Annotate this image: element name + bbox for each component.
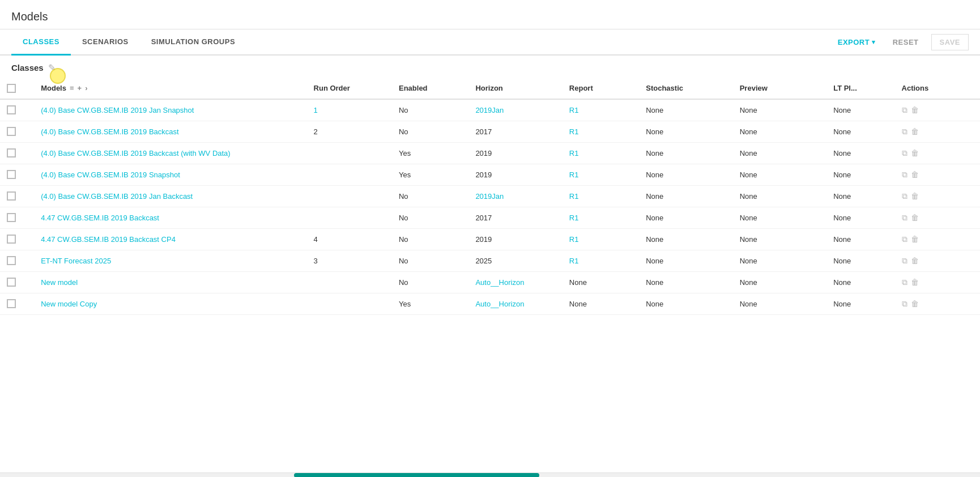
delete-icon[interactable]: 🗑	[911, 278, 919, 287]
row-checkbox[interactable]	[7, 278, 16, 287]
actions-cell: ⧉🗑	[902, 105, 973, 115]
table-row: New model CopyYesAuto__HorizonNoneNoneNo…	[0, 293, 980, 314]
row-report: R1	[563, 207, 639, 228]
export-button[interactable]: EXPORT ▾	[833, 35, 880, 50]
row-checkbox[interactable]	[7, 256, 16, 265]
expand-icon[interactable]: ›	[85, 84, 87, 92]
delete-icon[interactable]: 🗑	[911, 299, 919, 308]
copy-icon[interactable]: ⧉	[902, 256, 907, 266]
row-model-name[interactable]: (4.0) Base CW.GB.SEM.IB 2019 Snapshot	[34, 164, 306, 185]
delete-icon[interactable]: 🗑	[911, 191, 919, 201]
copy-icon[interactable]: ⧉	[902, 235, 907, 244]
tab-classes[interactable]: CLASSES	[11, 29, 71, 56]
row-model-name[interactable]: New model	[34, 271, 306, 293]
row-run-order[interactable]: 1	[307, 99, 392, 121]
delete-icon[interactable]: 🗑	[911, 105, 919, 114]
col-header-actions: Actions	[895, 78, 980, 99]
row-checkbox[interactable]	[7, 170, 16, 179]
tab-scenarios[interactable]: SCENARIOS	[71, 29, 140, 56]
actions-cell: ⧉🗑	[902, 256, 973, 266]
sort-icon[interactable]: ≡	[70, 84, 74, 92]
row-checkbox[interactable]	[7, 127, 16, 136]
rename-icon[interactable]: ✎	[48, 62, 56, 73]
table-row: (4.0) Base CW.GB.SEM.IB 2019 SnapshotYes…	[0, 164, 980, 185]
row-report: R1	[563, 99, 639, 121]
delete-icon[interactable]: 🗑	[911, 148, 919, 157]
table-row: New modelNoAuto__HorizonNoneNoneNoneNone…	[0, 271, 980, 293]
delete-icon[interactable]: 🗑	[911, 170, 919, 179]
row-report: R1	[563, 185, 639, 207]
row-actions: ⧉🗑	[895, 228, 980, 250]
delete-icon[interactable]: 🗑	[911, 127, 919, 136]
row-model-name[interactable]: 4.47 CW.GB.SEM.IB 2019 Backcast	[34, 207, 306, 228]
row-model-name[interactable]: 4.47 CW.GB.SEM.IB 2019 Backcast CP4	[34, 228, 306, 250]
col-header-stochastic: Stochastic	[639, 78, 732, 99]
row-model-name[interactable]: (4.0) Base CW.GB.SEM.IB 2019 Jan Snapsho…	[34, 99, 306, 121]
row-checkbox[interactable]	[7, 105, 16, 114]
actions-cell: ⧉🗑	[902, 170, 973, 180]
row-preview: None	[733, 142, 826, 164]
row-checkbox[interactable]	[7, 191, 16, 201]
actions-cell: ⧉🗑	[902, 148, 973, 158]
copy-icon[interactable]: ⧉	[902, 299, 907, 309]
row-stochastic: None	[639, 207, 732, 228]
row-preview: None	[733, 99, 826, 121]
row-checkbox-cell	[0, 271, 34, 293]
copy-icon[interactable]: ⧉	[902, 213, 907, 223]
row-model-name[interactable]: New model Copy	[34, 293, 306, 314]
row-model-name[interactable]: (4.0) Base CW.GB.SEM.IB 2019 Backcast (w…	[34, 142, 306, 164]
row-lt-pl: None	[826, 121, 894, 142]
row-enabled: No	[392, 271, 468, 293]
row-checkbox-cell	[0, 228, 34, 250]
row-enabled: Yes	[392, 164, 468, 185]
row-checkbox[interactable]	[7, 299, 16, 308]
copy-icon[interactable]: ⧉	[902, 148, 907, 158]
tab-simulation-groups[interactable]: SIMULATION GROUPS	[140, 29, 246, 56]
row-checkbox[interactable]	[7, 235, 16, 244]
copy-icon[interactable]: ⧉	[902, 170, 907, 180]
delete-icon[interactable]: 🗑	[911, 235, 919, 244]
export-chevron-icon: ▾	[872, 39, 876, 46]
table-row: (4.0) Base CW.GB.SEM.IB 2019 Jan Backcas…	[0, 185, 980, 207]
row-checkbox-cell	[0, 99, 34, 121]
save-button[interactable]: SAVE	[931, 34, 969, 50]
row-model-name[interactable]: ET-NT Forecast 2025	[34, 250, 306, 271]
row-checkbox[interactable]	[7, 213, 16, 222]
row-run-order	[307, 293, 392, 314]
row-run-order	[307, 207, 392, 228]
col-header-runorder: Run Order	[307, 78, 392, 99]
copy-icon[interactable]: ⧉	[902, 127, 907, 137]
row-horizon: 2017	[468, 121, 562, 142]
copy-icon[interactable]: ⧉	[902, 105, 907, 115]
scrollbar-area[interactable]	[0, 472, 980, 477]
delete-icon[interactable]: 🗑	[911, 256, 919, 265]
add-icon[interactable]: +	[78, 84, 82, 92]
copy-icon[interactable]: ⧉	[902, 191, 907, 201]
row-report: R1	[563, 228, 639, 250]
row-preview: None	[733, 250, 826, 271]
row-report: None	[563, 271, 639, 293]
select-all-checkbox[interactable]	[7, 84, 16, 93]
models-table: Models ≡ + › Run Order Enabled Horizon R…	[0, 78, 980, 315]
row-run-order	[307, 164, 392, 185]
row-model-name[interactable]: (4.0) Base CW.GB.SEM.IB 2019 Backcast	[34, 121, 306, 142]
row-preview: None	[733, 185, 826, 207]
actions-cell: ⧉🗑	[902, 278, 973, 287]
row-stochastic: None	[639, 228, 732, 250]
reset-button[interactable]: RESET	[885, 35, 927, 50]
table-wrapper: Models ≡ + › Run Order Enabled Horizon R…	[0, 78, 980, 472]
delete-icon[interactable]: 🗑	[911, 213, 919, 222]
copy-icon[interactable]: ⧉	[902, 278, 907, 287]
row-horizon: 2019Jan	[468, 185, 562, 207]
row-stochastic: None	[639, 271, 732, 293]
scrollbar-thumb[interactable]	[294, 473, 539, 477]
table-header-row: Models ≡ + › Run Order Enabled Horizon R…	[0, 78, 980, 99]
row-preview: None	[733, 207, 826, 228]
col-header-check	[0, 78, 34, 99]
row-enabled: No	[392, 121, 468, 142]
row-lt-pl: None	[826, 142, 894, 164]
row-run-order	[307, 185, 392, 207]
row-model-name[interactable]: (4.0) Base CW.GB.SEM.IB 2019 Jan Backcas…	[34, 185, 306, 207]
row-stochastic: None	[639, 164, 732, 185]
row-checkbox[interactable]	[7, 148, 16, 157]
